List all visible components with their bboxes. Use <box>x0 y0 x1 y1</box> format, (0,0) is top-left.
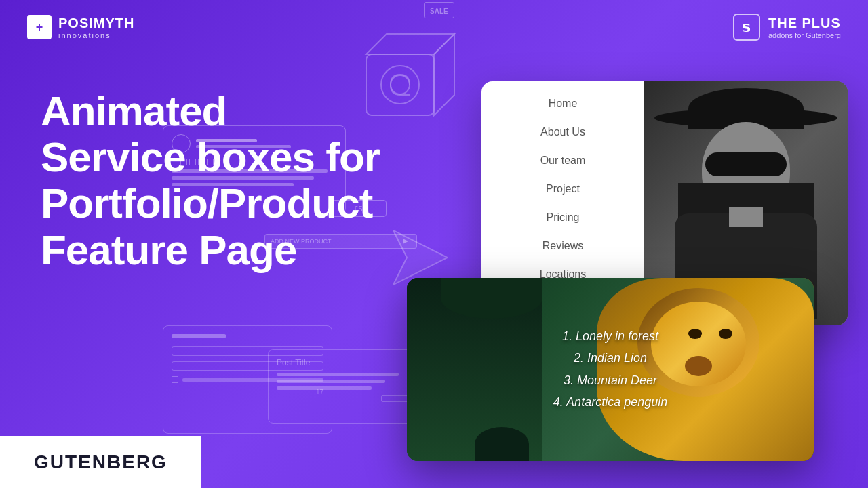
posimyth-sub: Innovations <box>58 31 134 39</box>
headline-area: Animated Service boxes for Portfolio/Pro… <box>41 88 407 273</box>
nav-item-about[interactable]: About Us <box>502 120 624 144</box>
lion-eye-left <box>719 329 732 339</box>
posimyth-name: POSIMYTH <box>58 16 134 31</box>
nav-item-pricing[interactable]: Pricing <box>502 205 624 230</box>
lion-background: 1. Lonely in forest 2. Indian Lion 3. Mo… <box>407 278 814 461</box>
main-headline: Animated Service boxes for Portfolio/Pro… <box>41 88 407 273</box>
posimyth-icon: + <box>27 15 52 39</box>
wireframe-post-title-card: Post Title <box>268 349 417 424</box>
lion-list-item-3: 3. Mountain Deer <box>553 369 667 391</box>
headline-line1: Animated <box>41 87 226 134</box>
lion-list-item-4: 4. Antarctica penguin <box>553 391 667 413</box>
theplus-text-block: THE PLUS addons for Gutenberg <box>768 16 841 39</box>
wireframe-post-lines <box>277 373 408 390</box>
right-logo: 𝘀 THE PLUS addons for Gutenberg <box>733 14 841 41</box>
wireframe-form-title-line <box>172 334 226 338</box>
theplus-g-symbol: 𝘀 <box>742 18 751 36</box>
main-background: + POSIMYTH Innovations 𝘀 THE PLUS addons… <box>0 0 868 488</box>
posimyth-plus-symbol: + <box>36 20 43 35</box>
nav-item-home[interactable]: Home <box>502 92 624 116</box>
gutenberg-label: GUTENBERG <box>34 451 167 472</box>
vegetation-top <box>441 278 542 319</box>
wireframe-post-label: Post Title <box>277 358 408 367</box>
wireframe-checkbox <box>172 376 178 383</box>
nav-item-team[interactable]: Our team <box>502 148 624 173</box>
wireframe-post-line-1 <box>277 373 399 376</box>
neck <box>729 207 763 227</box>
theplus-icon: 𝘀 <box>733 14 760 41</box>
lion-list-item-2: 2. Indian Lion <box>553 348 667 369</box>
theplus-tagline: addons for Gutenberg <box>768 31 841 39</box>
posimyth-text: POSIMYTH Innovations <box>58 16 134 39</box>
wireframe-post-line-2 <box>277 380 385 383</box>
lion-list-item-1: 1. Lonely in forest <box>553 325 667 347</box>
top-header: + POSIMYTH Innovations 𝘀 THE PLUS addons… <box>0 0 868 54</box>
wireframe-post-button <box>381 395 408 402</box>
wireframe-post-controls <box>277 395 408 402</box>
lion-card: 1. Lonely in forest 2. Indian Lion 3. Mo… <box>407 278 814 461</box>
nav-item-reviews[interactable]: Reviews <box>502 234 624 258</box>
headline-line2: Service boxes for <box>41 134 380 180</box>
headline-line4: Feature Page <box>41 226 296 273</box>
wireframe-post-line-3 <box>277 386 372 390</box>
lion-eye-right <box>688 329 702 339</box>
lion-list: 1. Lonely in forest 2. Indian Lion 3. Mo… <box>553 325 667 413</box>
lion-nose <box>685 356 712 376</box>
headline-line3: Portfolio/Product <box>41 180 372 226</box>
sunglasses <box>705 152 787 176</box>
gutenberg-badge: GUTENBERG <box>0 436 201 488</box>
vegetation-bottom <box>475 427 529 461</box>
left-logo: + POSIMYTH Innovations <box>27 15 134 39</box>
theplus-name: THE PLUS <box>768 16 841 31</box>
nav-item-project[interactable]: Project <box>502 177 624 201</box>
